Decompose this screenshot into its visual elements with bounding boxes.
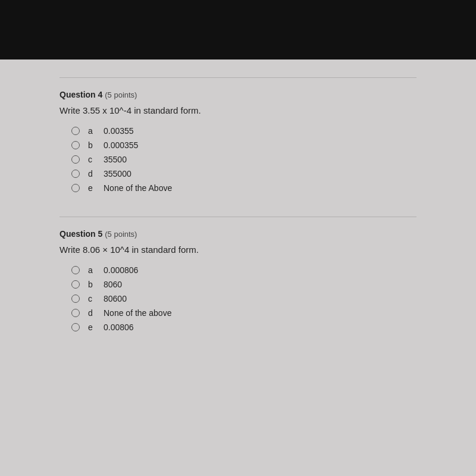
question-4-label: Question 4	[60, 90, 102, 99]
option-5e-value: 0.00806	[104, 322, 134, 332]
top-divider	[60, 77, 416, 78]
option-4b[interactable]: b 0.000355	[71, 140, 416, 150]
radio-5d[interactable]	[71, 309, 80, 317]
option-5d-value: None of the above	[104, 308, 171, 318]
radio-4d[interactable]	[71, 170, 80, 178]
radio-5b[interactable]	[71, 280, 80, 289]
radio-5c[interactable]	[71, 295, 80, 303]
question-4-header: Question 4 (5 points)	[60, 90, 416, 99]
screen: Question 4 (5 points) Write 3.55 x 10^-4…	[0, 0, 476, 476]
option-5b-value: 8060	[104, 280, 122, 289]
option-5c-value: 80600	[104, 294, 127, 303]
middle-divider	[60, 217, 416, 217]
option-4d-value: 355000	[104, 169, 131, 178]
option-4b-letter: b	[88, 140, 95, 150]
option-4c-value: 35500	[104, 155, 127, 164]
radio-4a[interactable]	[71, 127, 80, 135]
question-5-block: Question 5 (5 points) Write 8.06 × 10^4 …	[60, 229, 416, 332]
top-bar	[0, 0, 476, 60]
option-4e[interactable]: e None of the Above	[71, 183, 416, 193]
question-5-text: Write 8.06 × 10^4 in standard form.	[60, 245, 416, 255]
radio-4c[interactable]	[71, 155, 80, 164]
radio-4b[interactable]	[71, 141, 80, 149]
option-5d[interactable]: d None of the above	[71, 308, 416, 318]
question-5-points: (5 points)	[105, 230, 137, 239]
option-4c[interactable]: c 35500	[71, 155, 416, 164]
option-5a-letter: a	[88, 265, 95, 275]
option-4a-letter: a	[88, 126, 95, 136]
question-4-text: Write 3.55 x 10^-4 in standard form.	[60, 105, 416, 115]
question-4-points: (5 points)	[105, 90, 137, 99]
question-5-header: Question 5 (5 points)	[60, 229, 416, 239]
radio-5a[interactable]	[71, 266, 80, 274]
option-4d[interactable]: d 355000	[71, 169, 416, 178]
option-5d-letter: d	[88, 308, 95, 318]
option-5b[interactable]: b 8060	[71, 280, 416, 289]
option-5e[interactable]: e 0.00806	[71, 322, 416, 332]
option-5a[interactable]: a 0.000806	[71, 265, 416, 275]
content-area: Question 4 (5 points) Write 3.55 x 10^-4…	[0, 60, 476, 476]
radio-5e[interactable]	[71, 323, 80, 331]
question-5-options: a 0.000806 b 8060 c 80600 d None of the	[60, 265, 416, 332]
radio-4e[interactable]	[71, 184, 80, 192]
option-4a[interactable]: a 0.00355	[71, 126, 416, 136]
option-5e-letter: e	[88, 322, 95, 332]
question-4-options: a 0.00355 b 0.000355 c 35500 d 355000	[60, 126, 416, 193]
option-5a-value: 0.000806	[104, 265, 138, 275]
option-4a-value: 0.00355	[104, 126, 134, 136]
option-5b-letter: b	[88, 280, 95, 289]
question-4-block: Question 4 (5 points) Write 3.55 x 10^-4…	[60, 90, 416, 193]
option-4b-value: 0.000355	[104, 140, 138, 150]
question-5-label: Question 5	[60, 229, 102, 239]
option-5c-letter: c	[88, 294, 95, 303]
option-4e-value: None of the Above	[104, 183, 172, 193]
option-4d-letter: d	[88, 169, 95, 178]
option-4e-letter: e	[88, 183, 95, 193]
option-5c[interactable]: c 80600	[71, 294, 416, 303]
option-4c-letter: c	[88, 155, 95, 164]
